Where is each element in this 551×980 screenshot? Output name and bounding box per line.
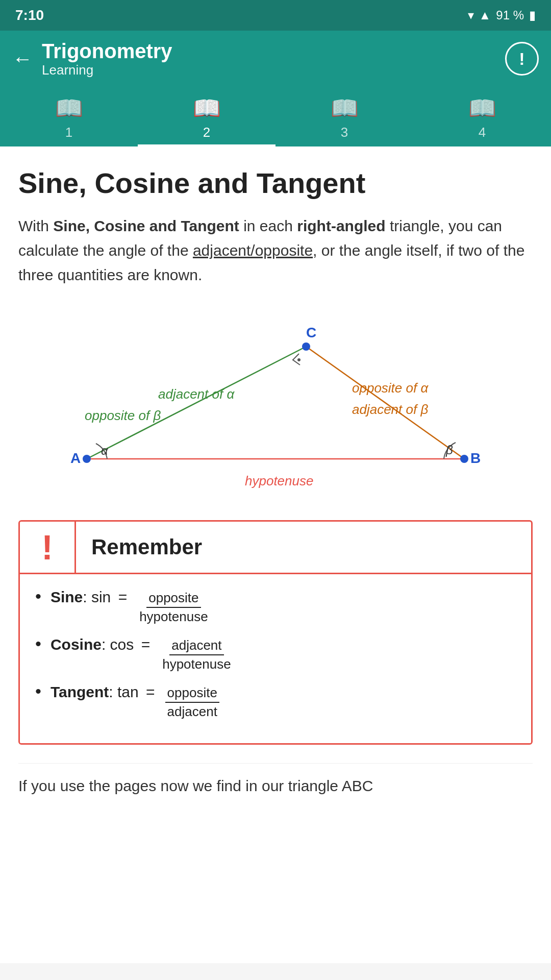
remember-box: ! Remember Sine: sin = opposite hypotenu… (18, 520, 533, 745)
battery-text: 91 % (496, 8, 524, 22)
status-time: 7:10 (15, 7, 44, 23)
remember-tangent: Tangent: tan = opposite adjacent (35, 681, 516, 720)
triangle-svg: A B C α β adjacent of α opposite of β op… (56, 306, 495, 500)
remember-list: Sine: sin = opposite hypotenuse Cosine: … (35, 586, 516, 720)
tab-2-label: 2 (203, 125, 210, 140)
adjacent-beta-label: adjacent of β (352, 402, 428, 417)
svg-point-3 (297, 358, 300, 361)
cosine-fraction: adjacent hypotenuse (160, 638, 233, 672)
header-title-block: Trigonometry Learning (42, 40, 172, 78)
intro-bold-right-angled: right-angled (297, 217, 385, 234)
back-button[interactable]: ← (12, 47, 33, 70)
cosine-label: Cosine: cos = (51, 636, 153, 653)
status-bar: 7:10 ▾ ▲ 91 % ▮ (0, 0, 551, 31)
tab-1-icon: 📖 (55, 95, 83, 121)
svg-point-5 (460, 455, 468, 463)
hypotenuse-label: hypotenuse (245, 473, 313, 488)
tangent-denominator: adjacent (165, 703, 219, 720)
remember-title-block: Remember (76, 523, 531, 572)
page-subtitle: Learning (42, 62, 172, 78)
tab-3[interactable]: 📖 3 (276, 87, 413, 146)
status-icons: ▾ ▲ 91 % ▮ (468, 8, 536, 22)
vertex-c-label: C (306, 325, 316, 340)
header: ← Trigonometry Learning ! (0, 31, 551, 87)
sine-numerator: opposite (146, 590, 201, 608)
svg-point-4 (83, 455, 91, 463)
tab-4-icon: 📖 (468, 95, 496, 121)
signal-icon: ▲ (479, 8, 491, 22)
adjacent-alpha-label: adjacent of α (158, 386, 235, 402)
cosine-numerator: adjacent (169, 638, 223, 655)
remember-sine: Sine: sin = opposite hypotenuse (35, 586, 516, 625)
svg-point-6 (302, 342, 310, 351)
opposite-beta-label: opposite of β (85, 408, 161, 423)
tangent-label: Tangent: tan = (51, 683, 158, 701)
page-title: Trigonometry (42, 40, 172, 62)
remember-exclamation-icon: ! (41, 530, 53, 565)
tab-2-icon: 📖 (193, 95, 221, 121)
beta-label: β (445, 443, 453, 457)
tab-1-label: 1 (65, 125, 72, 140)
bottom-text: If you use the pages now we find in our … (18, 763, 533, 798)
sine-denominator: hypotenuse (137, 608, 210, 625)
sine-fraction: opposite hypotenuse (137, 590, 210, 625)
remember-title: Remember (91, 535, 202, 559)
remember-header: ! Remember (20, 522, 531, 574)
info-button[interactable]: ! (505, 42, 539, 76)
tangent-numerator: opposite (165, 685, 219, 703)
wifi-icon: ▾ (468, 8, 474, 22)
main-content: Sine, Cosine and Tangent With Sine, Cosi… (0, 146, 551, 963)
tab-4-label: 4 (479, 125, 486, 140)
exclamation-icon: ! (519, 49, 524, 69)
remember-icon-block: ! (20, 522, 76, 573)
triangle-diagram: A B C α β adjacent of α opposite of β op… (18, 306, 533, 500)
vertex-a-label: A (70, 450, 81, 466)
adjacent-opposite-link[interactable]: adjacent/opposite (193, 242, 313, 259)
tab-3-label: 3 (341, 125, 348, 140)
remember-body: Sine: sin = opposite hypotenuse Cosine: … (20, 574, 531, 743)
sine-label: Sine: sin = (51, 589, 130, 606)
lesson-title: Sine, Cosine and Tangent (18, 167, 533, 200)
svg-line-1 (87, 347, 306, 459)
header-left: ← Trigonometry Learning (12, 40, 172, 78)
tab-3-icon: 📖 (331, 95, 359, 121)
cosine-denominator: hypotenuse (160, 655, 233, 672)
tab-4[interactable]: 📖 4 (413, 87, 551, 146)
battery-icon: ▮ (529, 8, 536, 22)
tab-2[interactable]: 📖 2 (138, 87, 276, 146)
tangent-fraction: opposite adjacent (165, 685, 219, 720)
vertex-b-label: B (470, 450, 481, 466)
alpha-label: α (101, 444, 109, 457)
opposite-alpha-label: opposite of α (352, 380, 429, 396)
remember-cosine: Cosine: cos = adjacent hypotenuse (35, 634, 516, 672)
tab-bar: 📖 1 📖 2 📖 3 📖 4 (0, 87, 551, 146)
tab-1[interactable]: 📖 1 (0, 87, 138, 146)
lesson-intro: With Sine, Cosine and Tangent in each ri… (18, 214, 533, 287)
intro-bold-sine-cosine: Sine, Cosine and Tangent (53, 217, 239, 234)
